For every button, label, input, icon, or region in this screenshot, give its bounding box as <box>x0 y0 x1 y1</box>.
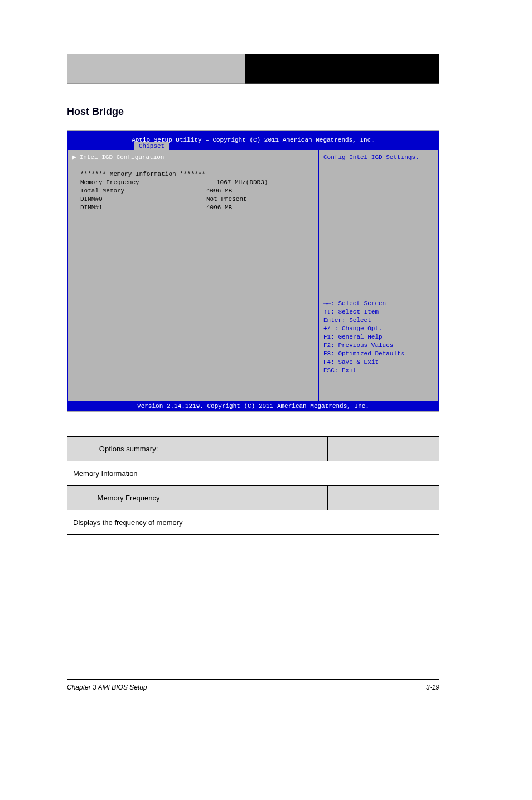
nav-line: ↑↓: Select Item <box>323 308 434 316</box>
bios-row-total: Total Memory 4096 MB <box>72 187 314 195</box>
table-row-frequency-desc: Displays the frequency of memory <box>67 510 439 535</box>
nav-line: +/-: Change Opt. <box>323 325 434 333</box>
table-row-memory-info: Memory Information <box>67 461 439 486</box>
page-header-bar <box>67 54 439 84</box>
footer-chapter: Chapter 3 AMI BIOS Setup <box>67 683 147 691</box>
table-header-cell <box>327 486 439 510</box>
section-heading: Host Bridge <box>67 106 124 118</box>
nav-line: →←: Select Screen <box>323 300 434 308</box>
nav-line: Enter: Select <box>323 316 434 325</box>
bios-screenshot: Aptio Setup Utility – Copyright (C) 2011… <box>67 130 439 412</box>
bios-row-dimm1: DIMM#1 4096 MB <box>72 204 314 212</box>
bios-menu-item-igd[interactable]: ▶ Intel IGD Configuration <box>72 153 314 162</box>
pointer-icon: ▶ <box>72 153 76 162</box>
nav-line: F3: Optimized Defaults <box>323 350 434 358</box>
header-right-cell <box>245 54 439 84</box>
nav-line: ESC: Exit <box>323 367 434 375</box>
nav-line: F1: General Help <box>323 333 434 341</box>
header-left-cell <box>67 54 245 84</box>
footer-page-number: 3-19 <box>426 683 439 691</box>
bios-left-panel: ▶ Intel IGD Configuration ******* Memory… <box>67 150 318 401</box>
table-header-cell: Memory Frequency <box>67 486 190 510</box>
nav-line: F4: Save & Exit <box>323 358 434 367</box>
table-header-cell <box>190 486 328 510</box>
footer-rule <box>67 679 439 680</box>
table-header-cell <box>327 437 439 461</box>
bios-selected-label: Intel IGD Configuration <box>80 153 165 162</box>
nav-line: F2: Previous Values <box>323 341 434 350</box>
bios-row-freq: Memory Frequency 1067 MHz(DDR3) <box>72 179 314 187</box>
bios-tab-chipset[interactable]: Chipset <box>134 142 169 150</box>
bios-info-header: ******* Memory Information ******* <box>72 170 314 179</box>
bios-help-text: Config Intel IGD Settings. <box>323 153 434 162</box>
bios-footer: Version 2.14.1219. Copyright (C) 2011 Am… <box>67 401 439 411</box>
table-header-cell <box>190 437 328 461</box>
table-header-cell: Options summary: <box>67 437 190 461</box>
bios-body: ▶ Intel IGD Configuration ******* Memory… <box>67 150 439 401</box>
bios-titlebar: Aptio Setup Utility – Copyright (C) 2011… <box>67 131 439 150</box>
bios-row-dimm0: DIMM#0 Not Present <box>72 195 314 204</box>
bios-nav-block: →←: Select Screen ↑↓: Select Item Enter:… <box>323 300 434 397</box>
options-table: Options summary: Memory Information Memo… <box>67 436 439 535</box>
bios-right-panel: Config Intel IGD Settings. →←: Select Sc… <box>318 150 439 401</box>
